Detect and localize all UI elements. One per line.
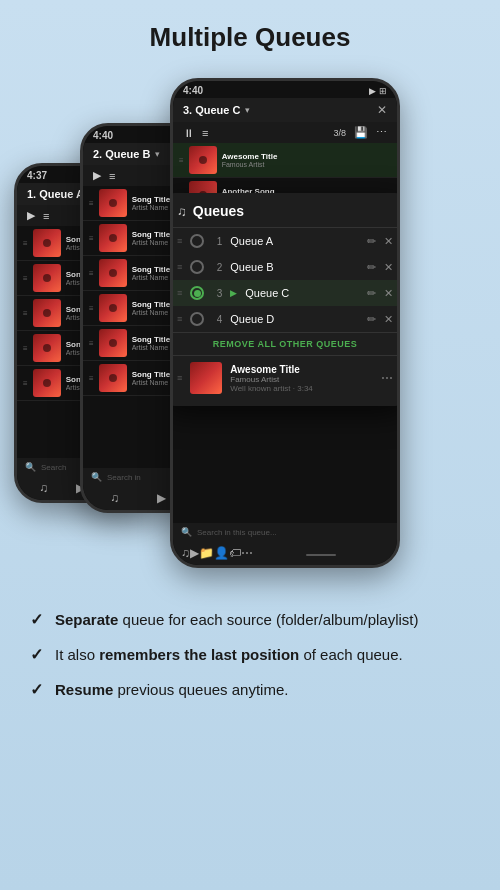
status-icons-3: ▶ ⊞: [369, 86, 387, 96]
status-time-2: 4:40: [93, 130, 113, 141]
search-icon-3: 🔍: [181, 527, 192, 537]
queue-radio-c[interactable]: [190, 286, 204, 300]
track-thumb: [99, 259, 127, 287]
search-placeholder-2: Search in: [107, 473, 141, 482]
play-nav-icon[interactable]: ▶: [157, 491, 166, 505]
drag-icon: ≡: [179, 156, 184, 165]
save-icon[interactable]: 💾: [354, 126, 368, 139]
edit-icon-d[interactable]: ✏: [367, 313, 376, 326]
edit-icon-a[interactable]: ✏: [367, 235, 376, 248]
status-time-1: 4:37: [27, 170, 47, 181]
queue-label-c: Queue C: [245, 287, 359, 299]
delete-icon-d[interactable]: ✕: [384, 313, 393, 326]
controls-3: ⏸ ≡ 3/8 💾 ⋯: [173, 122, 397, 143]
checkmark-3: ✓: [30, 680, 43, 699]
checkmark-2: ✓: [30, 645, 43, 664]
drag-icon: ≡: [177, 288, 182, 298]
queue-item-a[interactable]: ≡ 1 Queue A ✏ ✕: [173, 228, 397, 254]
queue-radio-d[interactable]: [190, 312, 204, 326]
queues-overlay: ♫ Queues ≡ 1 Queue A ✏ ✕ ≡: [173, 193, 397, 406]
queue-nav-icon[interactable]: ♫: [110, 491, 119, 505]
track-thumb: [189, 146, 217, 174]
folder-tab-icon[interactable]: 📁: [199, 546, 214, 560]
queue-item-c[interactable]: ≡ 3 ▶ Queue C ✏ ✕: [173, 280, 397, 306]
track-thumb: [33, 299, 61, 327]
search-bar-3[interactable]: 🔍 Search in this queue...: [173, 523, 397, 541]
bottom-nav-3: ♫ ▶ 📁 👤 🏷 ⋯: [173, 541, 397, 565]
delete-icon-b[interactable]: ✕: [384, 261, 393, 274]
track-row: ≡ Awesome TitleFamous Artist: [173, 143, 397, 178]
menu-icon-1: ≡: [43, 210, 49, 222]
page-title: Multiple Queues: [0, 0, 500, 63]
now-playing-artist: Famous Artist: [230, 375, 373, 384]
drag-icon: ≡: [89, 339, 94, 348]
search-icon: 🔍: [25, 462, 36, 472]
drag-icon: ≡: [89, 374, 94, 383]
sort-icon-3[interactable]: ≡: [202, 127, 208, 139]
search-placeholder-3: Search in this queue...: [197, 528, 277, 537]
track-thumb: [33, 229, 61, 257]
person-tab-icon[interactable]: 👤: [214, 546, 229, 560]
track-thumb: [99, 189, 127, 217]
edit-icon-b[interactable]: ✏: [367, 261, 376, 274]
bullet-item-3: ✓ Resume previous queues anytime.: [30, 679, 470, 700]
drag-icon: ≡: [177, 262, 182, 272]
queue-name-1: 1. Queue A: [27, 188, 84, 200]
more-icon[interactable]: ⋯: [376, 126, 387, 139]
edit-icon-c[interactable]: ✏: [367, 287, 376, 300]
drag-icon: ≡: [89, 199, 94, 208]
sort-icon-2[interactable]: ≡: [109, 170, 115, 182]
phones-showcase: 4:37 ▶ ⊟ 1. Queue A ▶ ≡ ≡ Song TitleArti…: [0, 63, 500, 593]
drag-icon: ≡: [89, 269, 94, 278]
remove-all-button[interactable]: REMOVE ALL OTHER QUEUES: [173, 332, 397, 356]
phone-3: 4:40 ▶ ⊞ 3. Queue C ▾ ✕ ⏸ ≡ 3/8 💾 ⋯: [170, 78, 400, 568]
drag-icon: ≡: [23, 344, 28, 353]
queue-item-b[interactable]: ≡ 2 Queue B ✏ ✕: [173, 254, 397, 280]
queue-tab-icon[interactable]: ♫: [181, 546, 190, 560]
pause-icon[interactable]: ⏸: [183, 127, 194, 139]
close-icon-3[interactable]: ✕: [377, 103, 387, 117]
drag-icon: ≡: [89, 234, 94, 243]
play-icon-2[interactable]: ▶: [93, 169, 101, 182]
queue-nav-icon[interactable]: ♫: [39, 481, 48, 495]
track-thumb: [33, 264, 61, 292]
delete-icon-c[interactable]: ✕: [384, 287, 393, 300]
search-placeholder-1: Search: [41, 463, 66, 472]
queue-radio-b[interactable]: [190, 260, 204, 274]
queue-radio-a[interactable]: [190, 234, 204, 248]
track-thumb: [99, 224, 127, 252]
queue-num-a: 1: [212, 236, 222, 247]
drag-icon: ≡: [177, 236, 182, 246]
play-indicator-c: ▶: [230, 288, 237, 298]
chevron-icon-3: ▾: [245, 105, 250, 115]
drag-icon: ≡: [177, 314, 182, 324]
drag-icon: ≡: [23, 239, 28, 248]
queue-num-b: 2: [212, 262, 222, 273]
status-bar-3: 4:40 ▶ ⊞: [173, 81, 397, 98]
now-playing-title: Awesome Title: [230, 364, 373, 375]
track-thumb: [99, 294, 127, 322]
more-icon-np[interactable]: ⋯: [381, 371, 393, 385]
track-thumb: [99, 329, 127, 357]
queues-icon: ♫: [177, 204, 187, 219]
track-count: 3/8: [333, 128, 346, 138]
search-icon: 🔍: [91, 472, 102, 482]
bullet-text-1: Separate queue for each source (folder/a…: [55, 609, 419, 630]
tag-tab-icon[interactable]: 🏷: [229, 546, 241, 560]
drag-icon: ≡: [23, 309, 28, 318]
delete-icon-a[interactable]: ✕: [384, 235, 393, 248]
now-playing-row: ≡ Awesome Title Famous Artist Well known…: [173, 356, 397, 400]
play-tab-icon[interactable]: ▶: [190, 546, 199, 560]
queue-header-3[interactable]: 3. Queue C ▾ ✕: [173, 98, 397, 122]
queue-item-d[interactable]: ≡ 4 Queue D ✏ ✕: [173, 306, 397, 332]
queue-label-a: Queue A: [230, 235, 359, 247]
chevron-icon-2: ▾: [155, 149, 160, 159]
bullet-item-2: ✓ It also remembers the last position of…: [30, 644, 470, 665]
queue-name-2: 2. Queue B: [93, 148, 150, 160]
drag-icon: ≡: [23, 274, 28, 283]
track-thumb: [33, 369, 61, 397]
bullet-text-3: Resume previous queues anytime.: [55, 679, 288, 700]
track-thumb: [33, 334, 61, 362]
drag-icon: ≡: [23, 379, 28, 388]
more-tab-icon[interactable]: ⋯: [241, 546, 253, 560]
